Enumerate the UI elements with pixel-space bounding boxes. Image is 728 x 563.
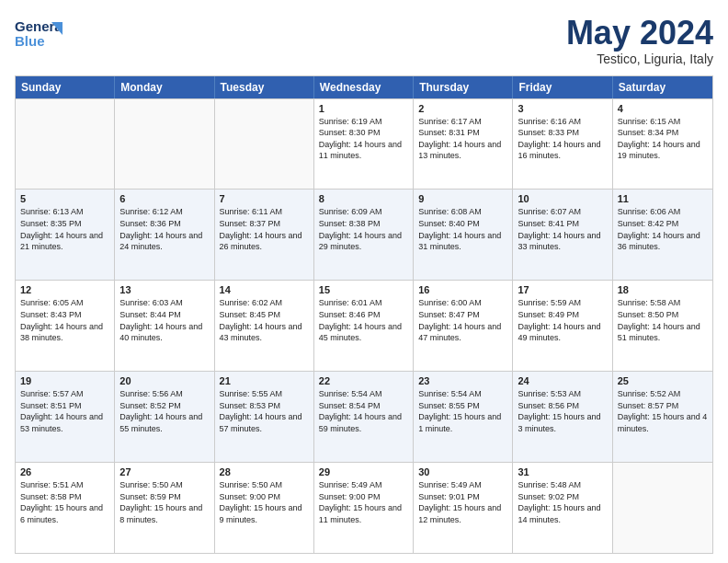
cal-cell-1-5: 2Sunrise: 6:17 AM Sunset: 8:31 PM Daylig… xyxy=(414,99,513,190)
week-row-2: 5Sunrise: 6:13 AM Sunset: 8:35 PM Daylig… xyxy=(16,189,712,280)
cal-cell-3-1: 12Sunrise: 6:05 AM Sunset: 8:43 PM Dayli… xyxy=(16,281,115,371)
cell-info: Sunrise: 6:06 AM Sunset: 8:42 PM Dayligh… xyxy=(618,206,708,252)
cell-info: Sunrise: 6:11 AM Sunset: 8:37 PM Dayligh… xyxy=(220,206,309,252)
cell-info: Sunrise: 5:49 AM Sunset: 9:00 PM Dayligh… xyxy=(319,479,408,525)
cal-cell-1-7: 4Sunrise: 6:15 AM Sunset: 8:34 PM Daylig… xyxy=(613,99,712,190)
day-number: 7 xyxy=(220,193,309,204)
cell-info: Sunrise: 5:58 AM Sunset: 8:50 PM Dayligh… xyxy=(618,297,708,343)
cell-info: Sunrise: 6:09 AM Sunset: 8:38 PM Dayligh… xyxy=(319,206,408,252)
day-number: 25 xyxy=(618,375,708,386)
cal-cell-3-2: 13Sunrise: 6:03 AM Sunset: 8:44 PM Dayli… xyxy=(115,281,214,371)
cell-info: Sunrise: 5:57 AM Sunset: 8:51 PM Dayligh… xyxy=(20,388,109,434)
cell-info: Sunrise: 5:55 AM Sunset: 8:53 PM Dayligh… xyxy=(220,388,309,434)
cal-cell-4-2: 20Sunrise: 5:56 AM Sunset: 8:52 PM Dayli… xyxy=(115,372,214,462)
cal-cell-2-6: 10Sunrise: 6:07 AM Sunset: 8:41 PM Dayli… xyxy=(513,190,612,280)
weekday-sunday: Sunday xyxy=(16,76,115,98)
cal-cell-4-3: 21Sunrise: 5:55 AM Sunset: 8:53 PM Dayli… xyxy=(215,372,314,462)
page: General Blue May 2024 Testico, Liguria, … xyxy=(0,0,728,563)
cell-info: Sunrise: 5:54 AM Sunset: 8:54 PM Dayligh… xyxy=(319,388,408,434)
day-number: 4 xyxy=(618,103,708,114)
day-number: 14 xyxy=(220,284,309,295)
week-row-4: 19Sunrise: 5:57 AM Sunset: 8:51 PM Dayli… xyxy=(16,371,712,462)
day-number: 18 xyxy=(618,284,708,295)
logo: General Blue xyxy=(15,15,63,50)
cell-info: Sunrise: 6:02 AM Sunset: 8:45 PM Dayligh… xyxy=(220,297,309,343)
month-title: May 2024 xyxy=(566,15,713,52)
cal-cell-4-7: 25Sunrise: 5:52 AM Sunset: 8:57 PM Dayli… xyxy=(613,372,712,462)
day-number: 9 xyxy=(418,193,507,204)
cell-info: Sunrise: 5:56 AM Sunset: 8:52 PM Dayligh… xyxy=(119,388,209,434)
day-number: 31 xyxy=(518,466,607,477)
cal-cell-3-7: 18Sunrise: 5:58 AM Sunset: 8:50 PM Dayli… xyxy=(613,281,712,371)
day-number: 1 xyxy=(319,103,408,114)
cal-cell-1-4: 1Sunrise: 6:19 AM Sunset: 8:30 PM Daylig… xyxy=(314,99,414,190)
week-row-1: 1Sunrise: 6:19 AM Sunset: 8:30 PM Daylig… xyxy=(16,98,712,190)
cal-cell-5-6: 31Sunrise: 5:48 AM Sunset: 9:02 PM Dayli… xyxy=(513,463,612,553)
cell-info: Sunrise: 6:19 AM Sunset: 8:30 PM Dayligh… xyxy=(319,116,408,162)
cal-cell-5-1: 26Sunrise: 5:51 AM Sunset: 8:58 PM Dayli… xyxy=(16,463,115,553)
cell-info: Sunrise: 5:51 AM Sunset: 8:58 PM Dayligh… xyxy=(20,479,109,525)
cal-cell-4-4: 22Sunrise: 5:54 AM Sunset: 8:54 PM Dayli… xyxy=(314,372,414,462)
day-number: 6 xyxy=(119,193,209,204)
cal-cell-2-4: 8Sunrise: 6:09 AM Sunset: 8:38 PM Daylig… xyxy=(314,190,414,280)
day-number: 5 xyxy=(20,193,109,204)
day-number: 2 xyxy=(418,103,507,114)
cal-cell-4-5: 23Sunrise: 5:54 AM Sunset: 8:55 PM Dayli… xyxy=(414,372,513,462)
cell-info: Sunrise: 6:01 AM Sunset: 8:46 PM Dayligh… xyxy=(319,297,408,343)
day-number: 24 xyxy=(518,375,607,386)
day-number: 30 xyxy=(418,466,507,477)
header-right: May 2024 Testico, Liguria, Italy xyxy=(566,15,713,66)
day-number: 27 xyxy=(119,466,209,477)
location: Testico, Liguria, Italy xyxy=(566,52,713,66)
cell-info: Sunrise: 6:16 AM Sunset: 8:33 PM Dayligh… xyxy=(518,116,607,162)
cell-info: Sunrise: 6:13 AM Sunset: 8:35 PM Dayligh… xyxy=(20,206,109,252)
day-number: 23 xyxy=(418,375,507,386)
day-number: 28 xyxy=(220,466,309,477)
day-number: 10 xyxy=(518,193,607,204)
day-number: 26 xyxy=(20,466,109,477)
cal-cell-2-2: 6Sunrise: 6:12 AM Sunset: 8:36 PM Daylig… xyxy=(115,190,214,280)
weekday-friday: Friday xyxy=(513,76,612,98)
day-number: 13 xyxy=(119,284,209,295)
cal-cell-2-5: 9Sunrise: 6:08 AM Sunset: 8:40 PM Daylig… xyxy=(414,190,513,280)
day-number: 21 xyxy=(220,375,309,386)
day-number: 12 xyxy=(20,284,109,295)
cell-info: Sunrise: 5:50 AM Sunset: 9:00 PM Dayligh… xyxy=(220,479,309,525)
cal-cell-1-3 xyxy=(215,99,314,190)
cal-cell-5-5: 30Sunrise: 5:49 AM Sunset: 9:01 PM Dayli… xyxy=(414,463,513,553)
cell-info: Sunrise: 6:00 AM Sunset: 8:47 PM Dayligh… xyxy=(418,297,507,343)
cal-cell-5-3: 28Sunrise: 5:50 AM Sunset: 9:00 PM Dayli… xyxy=(215,463,314,553)
day-number: 3 xyxy=(518,103,607,114)
cell-info: Sunrise: 6:03 AM Sunset: 8:44 PM Dayligh… xyxy=(119,297,209,343)
calendar-body: 1Sunrise: 6:19 AM Sunset: 8:30 PM Daylig… xyxy=(16,98,712,553)
cal-cell-5-2: 27Sunrise: 5:50 AM Sunset: 8:59 PM Dayli… xyxy=(115,463,214,553)
cal-cell-1-6: 3Sunrise: 6:16 AM Sunset: 8:33 PM Daylig… xyxy=(513,99,612,190)
weekday-thursday: Thursday xyxy=(414,76,513,98)
cell-info: Sunrise: 6:15 AM Sunset: 8:34 PM Dayligh… xyxy=(618,116,708,162)
weekday-saturday: Saturday xyxy=(613,76,712,98)
day-number: 17 xyxy=(518,284,607,295)
day-number: 20 xyxy=(119,375,209,386)
cal-cell-4-1: 19Sunrise: 5:57 AM Sunset: 8:51 PM Dayli… xyxy=(16,372,115,462)
header: General Blue May 2024 Testico, Liguria, … xyxy=(15,15,713,66)
cal-cell-1-1 xyxy=(16,99,115,190)
cal-cell-3-6: 17Sunrise: 5:59 AM Sunset: 8:49 PM Dayli… xyxy=(513,281,612,371)
day-number: 11 xyxy=(618,193,708,204)
day-number: 22 xyxy=(319,375,408,386)
weekday-wednesday: Wednesday xyxy=(314,76,414,98)
cell-info: Sunrise: 5:59 AM Sunset: 8:49 PM Dayligh… xyxy=(518,297,607,343)
cal-cell-2-1: 5Sunrise: 6:13 AM Sunset: 8:35 PM Daylig… xyxy=(16,190,115,280)
week-row-5: 26Sunrise: 5:51 AM Sunset: 8:58 PM Dayli… xyxy=(16,462,712,553)
cell-info: Sunrise: 5:54 AM Sunset: 8:55 PM Dayligh… xyxy=(418,388,507,434)
day-number: 16 xyxy=(418,284,507,295)
day-number: 15 xyxy=(319,284,408,295)
weekday-tuesday: Tuesday xyxy=(215,76,314,98)
day-number: 29 xyxy=(319,466,408,477)
cell-info: Sunrise: 5:50 AM Sunset: 8:59 PM Dayligh… xyxy=(119,479,209,525)
day-number: 19 xyxy=(20,375,109,386)
cell-info: Sunrise: 6:05 AM Sunset: 8:43 PM Dayligh… xyxy=(20,297,109,343)
cal-cell-3-4: 15Sunrise: 6:01 AM Sunset: 8:46 PM Dayli… xyxy=(314,281,414,371)
logo-icon: General Blue xyxy=(15,15,63,50)
calendar-header: Sunday Monday Tuesday Wednesday Thursday… xyxy=(16,76,712,98)
cell-info: Sunrise: 5:48 AM Sunset: 9:02 PM Dayligh… xyxy=(518,479,607,525)
